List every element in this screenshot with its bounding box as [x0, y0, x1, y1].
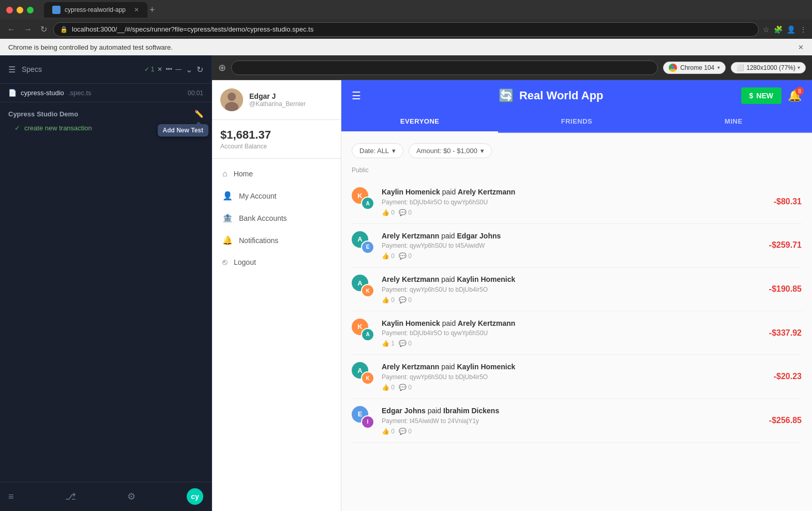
tx-like[interactable]: 👍 1 [382, 340, 395, 347]
transaction-row[interactable]: A K Arely Kertzmann paid Kaylin Homenick… [352, 267, 802, 311]
hamburger-icon[interactable]: ☰ [352, 89, 361, 102]
bookmark-icon[interactable]: ☆ [763, 25, 770, 34]
transaction-row[interactable]: K A Kaylin Homenick paid Arely Kertzmann… [352, 180, 802, 224]
tx-comment[interactable]: 💬 0 [399, 252, 412, 260]
profile-icon[interactable]: 👤 [787, 25, 795, 34]
transaction-row[interactable]: E I Edgar Johns paid Ibrahim Dickens Pay… [352, 399, 802, 443]
viewport-badge[interactable]: ⬜ 1280x1000 (77%) ▾ [731, 62, 806, 73]
tx-avatars: K A [352, 319, 374, 341]
traffic-lights [6, 7, 34, 13]
tx-comment[interactable]: 💬 0 [399, 209, 412, 216]
tx-avatar-recipient: A [361, 197, 374, 210]
app-address-bar[interactable] [231, 61, 658, 75]
tx-comment[interactable]: 💬 0 [399, 296, 412, 304]
rwa-header: ☰ 🔄 Real World App $ NEW 🔔 8 [341, 80, 812, 111]
tx-body: Kaylin Homenick paid Arely Kertzmann Pay… [382, 187, 766, 216]
rwa-user-name: Edgar J [249, 92, 306, 100]
chevron-down-icon[interactable]: ⌄ [186, 65, 192, 74]
tx-avatars: A E [352, 231, 374, 254]
date-filter-button[interactable]: Date: ALL ▾ [352, 143, 403, 158]
tx-amount: -$256.85 [769, 416, 802, 425]
tx-body: Arely Kertzmann paid Kaylin Homenick Pay… [382, 275, 762, 304]
tx-like[interactable]: 👍 0 [382, 252, 395, 260]
tx-title: Kaylin Homenick paid Arely Kertzmann [382, 319, 762, 329]
minimize-traffic-light[interactable] [17, 7, 23, 13]
tx-comment[interactable]: 💬 0 [399, 428, 412, 435]
specs-label: Specs [22, 65, 42, 73]
tx-like[interactable]: 👍 0 [382, 209, 395, 216]
list-icon-button[interactable]: ≡ [8, 491, 14, 502]
address-url: localhost:3000/__/#/specs/runner?file=cy… [72, 25, 752, 33]
chrome-browser-badge[interactable]: Chrome 104 ▾ [663, 62, 726, 74]
tab-mine[interactable]: MINE [655, 111, 812, 132]
logout-icon: ⎋ [222, 258, 228, 267]
cy-file-time: 00:01 [188, 89, 203, 97]
tx-like[interactable]: 👍 0 [382, 428, 395, 435]
banner-close-icon[interactable]: ✕ [798, 43, 804, 51]
cy-file-ext: .spec.ts [68, 89, 92, 97]
rwa-balance-amount: $1,681.37 [220, 128, 333, 142]
nav-item-notifications[interactable]: 🔔 Notifications [212, 229, 341, 251]
nav-item-bank-accounts[interactable]: 🏦 Bank Accounts [212, 207, 341, 229]
amount-filter-button[interactable]: Amount: $0 - $1,000 ▾ [409, 143, 492, 158]
nav-item-home[interactable]: ⌂ Home [212, 163, 341, 185]
tx-subtitle: Payment: qywYp6hS0U to bDjUb4ir5O [382, 373, 766, 381]
cy-sidebar-bottom: ≡ ⎇ ⚙ cy [0, 482, 212, 511]
graph-icon-button[interactable]: ⎇ [65, 491, 76, 502]
separator3: — [175, 66, 182, 73]
tx-actions: 👍 1 💬 0 [382, 340, 762, 347]
tx-actions: 👍 0 💬 0 [382, 296, 762, 304]
browser-nav: ← → ↻ 🔒 localhost:3000/__/#/specs/runner… [0, 20, 812, 39]
new-transaction-button[interactable]: $ NEW [741, 87, 781, 104]
notification-button[interactable]: 🔔 8 [788, 89, 802, 102]
automation-banner: Chrome is being controlled by automated … [0, 39, 812, 55]
transaction-row[interactable]: A K Arely Kertzmann paid Kaylin Homenick… [352, 355, 802, 399]
tx-avatars: K A [352, 187, 374, 210]
cy-sidebar-icon-row: ≡ ⎇ ⚙ cy [0, 482, 212, 511]
transaction-row[interactable]: A E Arely Kertzmann paid Edgar Johns Pay… [352, 224, 802, 268]
viewport-icon: ⬜ [736, 64, 744, 71]
nav-item-logout[interactable]: ⎋ Logout [212, 251, 341, 273]
rwa-user-avatar [220, 88, 243, 111]
forward-button[interactable]: → [22, 23, 34, 36]
back-button[interactable]: ← [5, 23, 18, 36]
tx-title: Arely Kertzmann paid Kaylin Homenick [382, 362, 766, 372]
tx-comment[interactable]: 💬 0 [399, 384, 412, 391]
tab-label: cypress-realworld-app [65, 6, 130, 13]
tx-avatars: E I [352, 406, 374, 429]
bell-icon: 🔔 [222, 235, 233, 245]
tx-actions: 👍 0 💬 0 [382, 384, 766, 391]
tab-close-icon[interactable]: ✕ [134, 6, 139, 13]
menu-icon[interactable]: ⋮ [800, 25, 807, 34]
cy-toolbar: ☰ Specs ✓ 1 ✕ ••• — ⌄ ↻ [0, 55, 212, 84]
tab-friends[interactable]: FRIENDS [498, 111, 655, 132]
dollar-icon: $ [749, 92, 754, 100]
refresh-button[interactable]: ↻ [38, 22, 49, 36]
refresh-icon[interactable]: ↻ [197, 65, 203, 74]
tx-avatars: A K [352, 275, 374, 297]
extensions-icon[interactable]: 🧩 [774, 25, 783, 34]
nav-bank-accounts-label: Bank Accounts [239, 214, 287, 222]
tx-like[interactable]: 👍 0 [382, 296, 395, 304]
maximize-traffic-light[interactable] [27, 7, 34, 13]
close-traffic-light[interactable] [6, 7, 13, 13]
rwa-drawer: Edgar J @Katharina_Bernier $1,681.37 Acc… [212, 80, 341, 511]
browser-tab[interactable]: cypress-realworld-app ✕ [44, 2, 147, 18]
account-icon: 👤 [222, 191, 233, 201]
file-icon: 📄 [8, 89, 17, 97]
nav-item-my-account[interactable]: 👤 My Account [212, 185, 341, 207]
tx-comment[interactable]: 💬 0 [399, 340, 412, 347]
transaction-row[interactable]: K A Kaylin Homenick paid Arely Kertzmann… [352, 311, 802, 355]
cy-test-group: Cypress Studio Demo ✏️ Add New Test [0, 107, 212, 121]
browser-titlebar: cypress-realworld-app ✕ + [0, 0, 812, 20]
tab-everyone[interactable]: EVERYONE [341, 111, 498, 133]
svg-point-1 [228, 93, 236, 101]
new-tab-button[interactable]: + [149, 5, 155, 16]
address-bar[interactable]: 🔒 localhost:3000/__/#/specs/runner?file=… [53, 22, 759, 37]
rwa-main: ☰ 🔄 Real World App $ NEW 🔔 8 [341, 80, 812, 511]
settings-icon-button[interactable]: ⚙ [127, 491, 136, 502]
add-new-test-button[interactable]: ✏️ [194, 110, 203, 118]
tx-amount: -$259.71 [769, 241, 802, 250]
tx-like[interactable]: 👍 0 [382, 384, 395, 391]
tx-amount: -$337.92 [769, 328, 802, 338]
